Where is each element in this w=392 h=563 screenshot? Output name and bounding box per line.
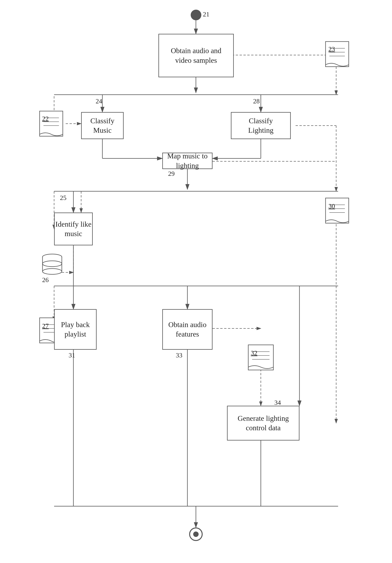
classify-lighting-label: ClassifyLighting [248,116,274,135]
map-music-label: Map music to lighting [163,151,212,170]
label-27: 27 [42,322,49,330]
obtain-samples-label: Obtain audio andvideo samples [171,46,221,65]
classify-music-label: ClassifyMusic [90,116,114,135]
label-23: 23 [329,45,335,53]
start-node [191,10,201,20]
doc-32-shape [247,344,274,374]
label-26: 26 [42,276,49,284]
svg-point-57 [42,269,62,274]
play-back-label: Play backplaylist [61,320,90,339]
label-32: 32 [251,349,257,357]
diagram-svg [0,0,392,563]
play-back-playlist-box: Play backplaylist [54,309,97,350]
generate-lighting-label: Generate lightingcontrol data [238,414,289,433]
label-22: 22 [42,115,49,122]
svg-point-58 [42,261,62,267]
svg-rect-49 [326,198,349,223]
obtain-audio-label: Obtain audiofeatures [168,320,206,339]
label-24: 24 [96,98,102,105]
doc-22-shape [39,110,64,139]
end-node [189,527,203,541]
label-30: 30 [329,203,335,210]
doc-23-shape [325,40,350,70]
label-29: 29 [168,170,175,177]
label-33: 33 [176,352,182,359]
identify-music-box: Identify likemusic [54,213,93,245]
label-28: 28 [253,98,260,105]
db-shape [41,253,63,276]
label-34: 34 [274,399,281,406]
label-31: 31 [69,352,75,359]
identify-music-label: Identify likemusic [55,219,92,239]
doc-30-shape [325,197,350,226]
generate-lighting-box: Generate lightingcontrol data [227,406,300,440]
label-25: 25 [60,194,66,202]
map-music-box: Map music to lighting [162,153,213,169]
obtain-samples-box: Obtain audio andvideo samples [158,34,234,77]
label-21: 21 [203,11,209,18]
diagram: 21 Obtain audio andvideo samples 23 22 2… [0,0,392,563]
end-node-inner [193,532,199,537]
classify-lighting-box: ClassifyLighting [231,112,291,139]
classify-music-box: ClassifyMusic [81,112,124,139]
obtain-audio-features-box: Obtain audiofeatures [162,309,213,350]
